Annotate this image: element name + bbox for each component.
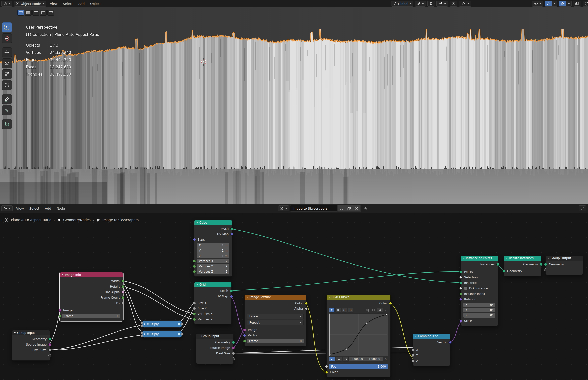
output-color[interactable]: Color [245,301,306,306]
input-size[interactable]: Size: [194,237,232,242]
virtual-socket[interactable] [544,268,547,271]
frame-socket[interactable] [59,315,61,318]
vertices-z-field[interactable]: Vertices Z2 [197,269,229,274]
curve-extend-dropdown[interactable] [384,308,388,312]
mode-dropdown[interactable]: Object Mode [14,1,46,7]
geometry-node-editor[interactable]: View Select Add Node Image to Skyscraper… [0,204,588,380]
node-image-info[interactable]: Image Info Width Height Has Alpha Frame … [60,272,123,321]
output-geometry[interactable]: Geometry [12,336,50,342]
3d-viewport[interactable]: User Perspective (1) Collection | Plane … [0,7,588,204]
channel-b-button[interactable]: B [348,308,353,313]
output-geometry[interactable]: Geometry [504,262,541,267]
pick-instance-checkbox[interactable] [464,286,468,290]
input-instance-index[interactable]: Instance Index [461,291,498,297]
node-rgb-curves[interactable]: RGB Curves Color C R G B [326,294,391,377]
input-vertices-y[interactable]: Vertices Y [194,317,231,322]
input-virtual[interactable] [546,267,583,273]
vertices-x-field[interactable]: Vertices X2 [197,259,229,263]
size-z-field[interactable]: Z1 m [197,253,229,258]
value-socket[interactable] [181,323,184,326]
geometry-socket[interactable] [48,338,51,341]
node-cube[interactable]: Cube Mesh UV Map Size: X1 m Y1 m Z1 m Ve… [194,220,232,277]
instance-socket[interactable] [459,281,462,284]
vertices-x-socket[interactable] [193,260,196,263]
channel-g-button[interactable]: G [342,308,347,313]
collapse-icon[interactable] [198,336,200,337]
value-socket[interactable] [140,324,143,327]
output-geometry[interactable]: Geometry [196,340,233,345]
value-socket[interactable] [140,331,143,334]
rotation-x-field[interactable]: X0° [463,303,495,307]
output-alpha[interactable]: Alpha [245,306,306,311]
frame-count-socket[interactable] [121,296,124,299]
output-source-image[interactable]: Source Image [12,342,50,347]
handle-auto-button[interactable] [329,357,335,362]
input-points[interactable]: Points [461,269,498,275]
node-realize-instances[interactable]: Realize Instances Geometry Geometry [504,255,541,276]
instances-socket[interactable] [496,263,499,266]
collapse-icon[interactable] [62,274,63,275]
source-image-socket[interactable] [48,343,51,346]
input-size-y[interactable]: Size Y [194,306,231,311]
output-mesh[interactable]: Mesh [194,288,231,294]
input-color[interactable]: Color [327,369,390,375]
select-mode-intersect[interactable] [47,10,54,16]
pixel-size-socket[interactable] [48,349,51,352]
node-multiply-2[interactable]: Multiply [141,330,183,338]
handle-auto-clamped-button[interactable] [343,357,349,362]
node-grid[interactable]: Grid Mesh UV Map Size X Size Y Vertices … [194,282,232,324]
node-image-texture[interactable]: Image Texture Color Alpha Linear Repeat … [244,294,306,346]
tool-rotate[interactable] [2,58,12,68]
input-image[interactable]: Image [60,308,123,313]
shading-mode-solid[interactable] [583,1,588,7]
point-x-field[interactable]: 1.00000 [349,357,366,361]
geometry-socket[interactable] [540,263,543,266]
width-socket[interactable] [121,280,124,283]
height-socket[interactable] [121,285,124,288]
vertices-y-socket[interactable] [193,318,196,321]
rotation-z-field[interactable]: Z0° [463,313,495,318]
pivot-point-dropdown[interactable] [415,1,426,7]
curve-widget[interactable] [329,313,388,356]
pixel-size-socket[interactable] [232,352,235,355]
tool-move[interactable] [2,47,12,57]
snap-target-dropdown[interactable] [436,1,448,7]
output-virtual[interactable] [12,353,50,358]
vertices-z-socket[interactable] [193,270,196,273]
input-rotation[interactable]: Rotation: [461,297,498,302]
source-image-socket[interactable] [232,346,235,349]
extension-dropdown[interactable]: Repeat [247,320,304,325]
curve-options-button[interactable] [377,308,383,313]
menu-object[interactable]: Object [87,2,103,6]
tool-measure[interactable] [2,105,12,115]
output-pixel-size[interactable]: Pixel Size [12,347,50,353]
input-vertices-x[interactable]: Vertices X [194,311,231,317]
delete-point-button[interactable]: ✕ [383,357,388,361]
overlays-dropdown[interactable] [566,1,571,6]
proportional-falloff-dropdown[interactable] [459,1,471,7]
menu-add[interactable]: Add [76,2,87,6]
size-y-socket[interactable] [193,307,196,310]
collapse-icon[interactable] [329,297,330,298]
node-instance-on-points[interactable]: Instance on Points Instances Points Sele… [461,255,498,326]
rotation-y-field[interactable]: Y0° [463,308,495,312]
output-instances[interactable]: Instances [461,262,498,267]
input-geometry[interactable]: Geometry [546,262,583,267]
output-source-image[interactable]: Source Image [196,345,233,351]
tool-scale[interactable] [2,69,12,79]
image-socket[interactable] [243,328,246,331]
output-color[interactable]: Color [327,301,390,306]
collapse-icon[interactable] [548,258,549,259]
collapse-icon[interactable] [506,258,507,259]
vertices-y-socket[interactable] [193,265,196,268]
fac-slider[interactable]: Fac1.000 [329,364,388,369]
mesh-socket[interactable] [230,227,233,230]
output-frame-count[interactable]: Frame Count [60,295,123,300]
expand-icon[interactable] [144,333,145,335]
menu-select[interactable]: Select [60,2,76,6]
proportional-editing-toggle[interactable] [450,1,457,7]
y-socket[interactable] [412,354,414,357]
input-x[interactable]: X [413,347,450,353]
output-uv-map[interactable]: UV Map [194,231,232,237]
expand-icon[interactable] [144,323,145,325]
